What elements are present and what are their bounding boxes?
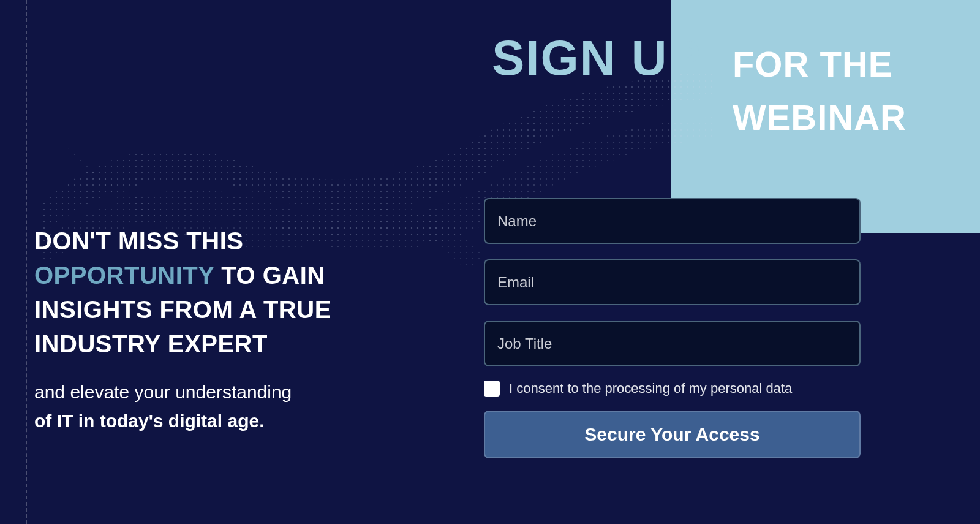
heading-line2: WEBINAR	[733, 97, 907, 137]
page-heading: SIGN UP FOR THE WEBINAR	[492, 34, 907, 144]
consent-label: I consent to the processing of my person…	[509, 381, 792, 397]
job-title-input[interactable]	[484, 321, 861, 366]
signup-form: I consent to the processing of my person…	[484, 198, 861, 458]
copy-line1: DON'T MISS THIS	[34, 227, 243, 254]
submit-button[interactable]: Secure Your Access	[484, 411, 861, 458]
copy-highlight: OPPORTUNITY	[34, 262, 214, 289]
sub-line1: and elevate your understanding	[34, 382, 292, 402]
heading-line1: FOR THE	[733, 44, 893, 84]
vertical-dotted-line	[26, 0, 27, 524]
heading-for-the-webinar: FOR THE WEBINAR	[733, 37, 907, 144]
consent-row: I consent to the processing of my person…	[484, 381, 861, 397]
copy-line4: INDUSTRY EXPERT	[34, 330, 268, 357]
name-input[interactable]	[484, 198, 861, 244]
sub-line2: of IT in today's digital age.	[34, 411, 265, 431]
copy-line3: INSIGHTS FROM A TRUE	[34, 296, 331, 323]
marketing-copy: DON'T MISS THIS OPPORTUNITY TO GAIN INSI…	[34, 224, 426, 435]
heading-signup: SIGN UP	[492, 34, 702, 83]
main-heading: DON'T MISS THIS OPPORTUNITY TO GAIN INSI…	[34, 224, 426, 361]
consent-checkbox[interactable]	[484, 381, 500, 397]
copy-line2-rest: TO GAIN	[214, 262, 325, 289]
sub-heading: and elevate your understanding of IT in …	[34, 378, 426, 435]
email-input[interactable]	[484, 259, 861, 305]
